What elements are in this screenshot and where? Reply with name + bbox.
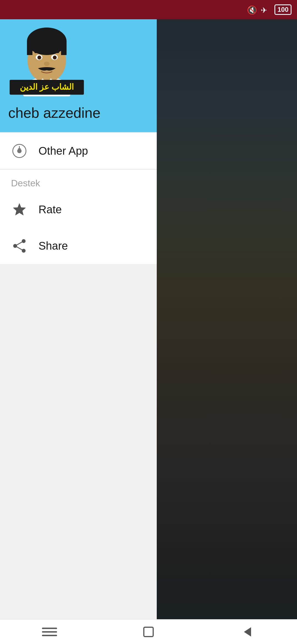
flight-mode-icon: ✈	[261, 5, 271, 15]
svg-rect-30	[144, 627, 153, 637]
drawer-header: الشاب عز الدين cheb azzedine	[0, 0, 157, 132]
battery-indicator: 100	[274, 4, 292, 15]
app-icon-container: الشاب عز الدين	[8, 19, 85, 96]
svg-point-15	[44, 62, 50, 66]
status-bar: 🔇 ✈ 100	[0, 0, 297, 19]
menu-item-share[interactable]: Share	[0, 228, 157, 264]
share-label: Share	[38, 240, 68, 252]
back-nav-button[interactable]	[237, 624, 258, 640]
svg-point-6	[27, 28, 67, 55]
svg-point-13	[37, 56, 41, 59]
svg-rect-7	[27, 41, 32, 55]
app-icon-svg: الشاب عز الدين	[8, 19, 85, 96]
svg-line-25	[15, 241, 24, 246]
star-icon	[11, 201, 28, 218]
svg-point-14	[53, 56, 57, 59]
status-icons: 🔇 ✈ 100	[247, 4, 292, 15]
download-circle-icon	[11, 143, 28, 159]
app-name: cheb azzedine	[8, 105, 148, 121]
share-icon	[11, 238, 28, 254]
navigation-bar	[0, 619, 297, 644]
svg-marker-31	[244, 627, 251, 637]
section-destek: Destek	[0, 170, 157, 191]
other-app-label: Other App	[38, 145, 88, 157]
svg-rect-9	[34, 51, 44, 53]
svg-text:الشاب عز الدين: الشاب عز الدين	[20, 82, 74, 92]
background-overlay	[157, 0, 297, 644]
svg-line-26	[15, 246, 24, 251]
rate-label: Rate	[38, 203, 62, 216]
svg-rect-10	[50, 51, 59, 53]
battery-level: 100	[277, 6, 288, 13]
svg-text:🔇: 🔇	[247, 5, 257, 15]
svg-text:✈: ✈	[261, 6, 267, 15]
menu-item-other-app[interactable]: Other App	[0, 133, 157, 169]
menu-nav-button[interactable]	[38, 624, 61, 640]
svg-rect-8	[61, 41, 67, 55]
navigation-drawer: الشاب عز الدين cheb azzedine Other App D…	[0, 0, 157, 644]
mute-icon: 🔇	[247, 5, 257, 15]
home-nav-button[interactable]	[138, 624, 160, 640]
menu-item-rate[interactable]: Rate	[0, 191, 157, 228]
svg-marker-21	[13, 203, 26, 215]
drawer-empty-space	[0, 264, 157, 644]
